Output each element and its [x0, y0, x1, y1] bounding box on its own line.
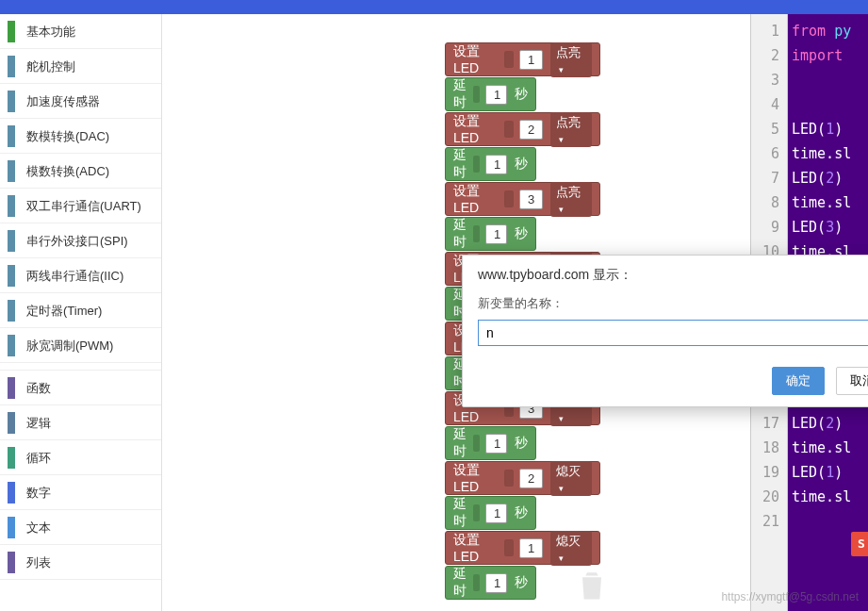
delay-unit: 秒 [515, 504, 528, 521]
delay-unit: 秒 [515, 574, 528, 591]
set-led-block[interactable]: 设置LED2点亮 [445, 112, 600, 146]
code-line[interactable]: LED(2) [788, 166, 868, 190]
sidebar-item-0[interactable]: 基本功能 [0, 14, 161, 49]
led-number-input[interactable]: 2 [519, 120, 543, 140]
block-label: 延时 [453, 77, 471, 111]
delay-value-input[interactable]: 1 [485, 434, 507, 454]
block-label: 设置LED [453, 532, 502, 564]
dialog-title: www.tpyboard.com 显示： × [463, 256, 868, 295]
line-number: 4 [751, 92, 787, 117]
code-line[interactable]: import [788, 43, 868, 68]
delay-unit: 秒 [515, 435, 528, 452]
code-line[interactable] [788, 92, 868, 117]
block-label: 设置LED [453, 113, 502, 145]
led-action-dropdown[interactable]: 熄灭 [550, 461, 592, 496]
block-label: 延时 [453, 217, 471, 251]
delay-value-input[interactable]: 1 [485, 155, 507, 174]
code-line[interactable] [788, 509, 868, 534]
led-number-input[interactable]: 1 [519, 50, 543, 70]
delay-unit: 秒 [515, 225, 528, 242]
trash-icon[interactable] [573, 564, 611, 606]
code-line[interactable]: time.sl [788, 485, 868, 509]
editor-badge: S [851, 532, 868, 556]
code-line[interactable] [788, 68, 868, 92]
sidebar-item-5[interactable]: 双工串行通信(UART) [0, 189, 161, 223]
line-number: 21 [751, 509, 787, 534]
line-number: 1 [751, 19, 787, 43]
line-number: 2 [751, 43, 787, 68]
line-number: 20 [751, 485, 787, 509]
sidebar-item-7[interactable]: 两线串行通信(IIC) [0, 258, 161, 293]
line-number: 9 [751, 215, 787, 239]
line-number: 18 [751, 436, 787, 460]
delay-block[interactable]: 延时1秒 [445, 217, 536, 251]
delay-unit: 秒 [515, 156, 528, 173]
dialog-title-text: www.tpyboard.com 显示： [478, 267, 632, 282]
sidebar-item-12[interactable]: 循环 [0, 440, 161, 475]
sidebar-item-1[interactable]: 舵机控制 [0, 49, 161, 84]
sidebar-item-9[interactable]: 脉宽调制(PWM) [0, 328, 161, 363]
block-label: 设置LED [453, 43, 502, 75]
delay-block[interactable]: 延时1秒 [445, 496, 536, 530]
block-label: 设置LED [453, 462, 502, 494]
delay-block[interactable]: 延时1秒 [445, 426, 536, 460]
code-line[interactable]: time.sl [788, 436, 868, 460]
line-number: 8 [751, 190, 787, 215]
sidebar-item-11[interactable]: 逻辑 [0, 405, 161, 440]
delay-block[interactable]: 延时1秒 [445, 566, 536, 600]
line-number: 19 [751, 460, 787, 485]
led-action-dropdown[interactable]: 熄灭 [550, 531, 592, 566]
block-label: 延时 [453, 426, 471, 460]
delay-value-input[interactable]: 1 [485, 224, 507, 244]
sidebar-item-4[interactable]: 模数转换(ADC) [0, 154, 161, 189]
line-number: 6 [751, 141, 787, 166]
cancel-button[interactable]: 取消 [836, 367, 868, 395]
led-number-input[interactable]: 3 [519, 190, 543, 209]
set-led-block[interactable]: 设置LED1熄灭 [445, 531, 600, 565]
sidebar-item-8[interactable]: 定时器(Timer) [0, 293, 161, 328]
block-label: 延时 [453, 147, 471, 181]
watermark-text: https://xymgtf@5g.csdn.net [721, 590, 859, 603]
dialog-prompt-label: 新变量的名称： [478, 295, 868, 312]
sidebar-item-3[interactable]: 数模转换(DAC) [0, 119, 161, 154]
sidebar-item-13[interactable]: 数字 [0, 475, 161, 510]
category-sidebar: 基本功能舵机控制加速度传感器数模转换(DAC)模数转换(ADC)双工串行通信(U… [0, 14, 162, 611]
delay-unit: 秒 [515, 86, 528, 103]
sidebar-item-2[interactable]: 加速度传感器 [0, 84, 161, 119]
block-label: 延时 [453, 566, 471, 600]
led-number-input[interactable]: 1 [519, 538, 543, 558]
sidebar-item-15[interactable]: 列表 [0, 545, 161, 580]
code-line[interactable]: LED(1) [788, 117, 868, 141]
code-line[interactable]: LED(2) [788, 411, 868, 436]
set-led-block[interactable]: 设置LED3点亮 [445, 182, 600, 216]
led-action-dropdown[interactable]: 点亮 [550, 42, 592, 77]
block-label: 设置LED [453, 183, 502, 215]
block-label: 延时 [453, 496, 471, 530]
code-line[interactable]: LED(3) [788, 215, 868, 239]
line-number: 7 [751, 166, 787, 190]
line-number: 3 [751, 68, 787, 92]
line-number: 5 [751, 117, 787, 141]
delay-block[interactable]: 延时1秒 [445, 147, 536, 181]
ok-button[interactable]: 确定 [772, 367, 825, 395]
led-number-input[interactable]: 2 [519, 469, 543, 488]
led-action-dropdown[interactable]: 点亮 [550, 182, 592, 217]
code-line[interactable]: from py [788, 19, 868, 43]
set-led-block[interactable]: 设置LED2熄灭 [445, 461, 600, 495]
prompt-dialog: www.tpyboard.com 显示： × 新变量的名称： 确定 取消 [462, 255, 868, 407]
code-line[interactable]: time.sl [788, 190, 868, 215]
sidebar-item-14[interactable]: 文本 [0, 510, 161, 545]
variable-name-input[interactable] [478, 320, 868, 346]
set-led-block[interactable]: 设置LED1点亮 [445, 42, 600, 76]
delay-value-input[interactable]: 1 [485, 573, 507, 593]
delay-block[interactable]: 延时1秒 [445, 77, 536, 111]
delay-value-input[interactable]: 1 [485, 85, 507, 105]
code-line[interactable]: LED(1) [788, 460, 868, 485]
delay-value-input[interactable]: 1 [485, 504, 507, 523]
led-action-dropdown[interactable]: 点亮 [550, 112, 592, 147]
code-line[interactable]: time.sl [788, 141, 868, 166]
sidebar-item-10[interactable]: 函数 [0, 371, 161, 405]
line-number: 17 [751, 411, 787, 436]
sidebar-item-6[interactable]: 串行外设接口(SPI) [0, 223, 161, 258]
top-bar [0, 0, 868, 14]
